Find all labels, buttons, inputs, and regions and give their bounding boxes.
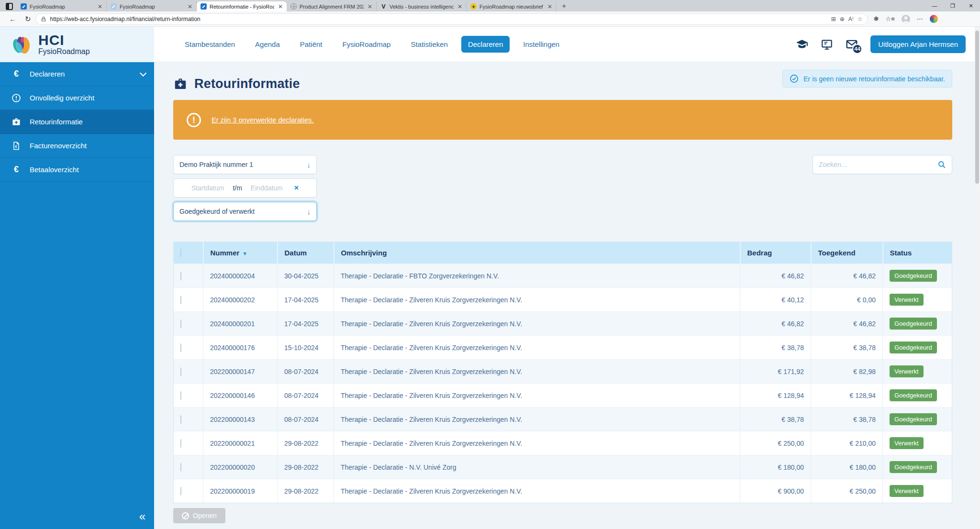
column-header-nummer[interactable]: Nummer▼ [203, 242, 278, 264]
mail-icon[interactable]: 44 [846, 38, 858, 51]
status-filter-select[interactable]: Goedgekeurd of verwerkt ↓ [173, 202, 317, 221]
table-row[interactable]: 202400000202 17-04-2025 Therapie - Decla… [174, 288, 952, 312]
table-row[interactable]: 202400000176 15-10-2024 Therapie - Decla… [174, 336, 952, 360]
table-row[interactable]: 202200000019 29-08-2022 Therapie - Decla… [174, 479, 952, 503]
sidebar-item-retourinformatie[interactable]: Retourinformatie [0, 110, 154, 134]
sort-desc-icon: ▼ [242, 251, 247, 256]
row-checkbox[interactable] [180, 296, 181, 304]
nav-patient[interactable]: Patiënt [293, 36, 329, 53]
copilot-icon[interactable] [930, 15, 938, 23]
sidebar-item-facturenoverzicht[interactable]: € Facturenoverzicht [0, 134, 154, 158]
monitor-icon[interactable] [821, 38, 833, 51]
extensions-icon[interactable]: ❃ [874, 15, 879, 22]
favorites-bar-icon[interactable]: ☆≡ [885, 15, 894, 22]
practice-select[interactable]: Demo Praktijk nummer 1 ↓ [173, 155, 317, 174]
tab-close-icon[interactable]: ✕ [367, 3, 373, 10]
search-input[interactable] [819, 161, 937, 168]
window-close-button[interactable]: ✕ [962, 0, 980, 11]
column-header-status[interactable]: Status [883, 242, 952, 264]
cell-omschrijving: Therapie - Declaratie - Zilveren Kruis Z… [334, 384, 740, 408]
app-logo[interactable]: HCI FysioRoadmap [0, 27, 154, 62]
clear-dates-icon[interactable]: × [294, 184, 299, 192]
split-screen-icon[interactable]: ⊞ [831, 16, 836, 22]
end-date-field[interactable]: Einddatum [251, 184, 283, 192]
row-checkbox[interactable] [180, 439, 181, 448]
warning-banner: ! Er zijn 3 onverwerkte declaraties. [173, 100, 952, 140]
column-header-toegekend[interactable]: Toegekend [811, 242, 883, 264]
table-row[interactable]: 202400000204 30-04-2025 Therapie - Decla… [174, 264, 952, 288]
cell-toegekend: € 0,00 [811, 288, 883, 312]
zoom-icon[interactable]: ⊕ [840, 16, 845, 22]
read-aloud-icon[interactable]: A⁾ [848, 16, 854, 22]
tab-close-icon[interactable]: ✕ [457, 3, 463, 10]
row-checkbox[interactable] [180, 463, 181, 472]
nav-fysioroadmap[interactable]: FysioRoadmap [336, 36, 398, 53]
nav-instellingen[interactable]: Instellingen [516, 36, 566, 53]
browser-menu-icon[interactable]: ⋯ [917, 15, 923, 22]
sidebar-item-label: Facturenoverzicht [30, 142, 87, 150]
browser-profile-avatar[interactable] [902, 15, 910, 23]
back-icon[interactable]: ← [9, 15, 16, 23]
sidebar-item-betaaloverzicht[interactable]: € Betaaloverzicht [0, 158, 154, 182]
tab-close-icon[interactable]: ✕ [97, 3, 103, 10]
sidebar-collapse-button[interactable]: « [139, 510, 145, 523]
row-checkbox[interactable] [180, 391, 181, 400]
window-restore-button[interactable]: ❐ [944, 0, 962, 11]
nav-agenda[interactable]: Agenda [248, 36, 287, 53]
browser-tab-1[interactable]: FysioRoadmap ✕ [17, 1, 107, 11]
tab-close-icon[interactable]: ✕ [546, 3, 553, 10]
table-row[interactable]: 202200000143 08-07-2024 Therapie - Decla… [174, 408, 952, 431]
scrollbar-thumb[interactable] [975, 31, 979, 184]
browser-tab-6[interactable]: ● FysioRoadmap nieuwsbrief | nove ✕ [467, 1, 557, 11]
column-header-bedrag[interactable]: Bedrag [740, 242, 811, 264]
tab-close-icon[interactable]: ✕ [277, 3, 284, 10]
browser-tab-4[interactable]: Product Alignment FRM 2025.xlsx ✕ [287, 1, 377, 11]
favorite-star-icon[interactable]: ☆ [858, 16, 863, 22]
date-range-filter[interactable]: Startdatum t/m Einddatum × [173, 178, 317, 198]
cell-datum: 08-07-2024 [278, 408, 334, 431]
tab-close-icon[interactable]: ✕ [187, 3, 193, 10]
column-header-datum[interactable]: Datum [278, 242, 334, 264]
table-row[interactable]: 202200000021 29-08-2022 Therapie - Decla… [174, 431, 952, 455]
address-bar[interactable]: https://web-acc.fysioroadmap.nl/financia… [35, 13, 868, 25]
table-row[interactable]: 202200000147 08-07-2024 Therapie - Decla… [174, 360, 952, 384]
status-badge: Verwerkt [890, 437, 924, 449]
cell-datum: 29-08-2022 [278, 479, 334, 503]
new-tab-button[interactable]: ＋ [560, 1, 568, 11]
browser-tab-5[interactable]: V Vektis - business intelligence cent ✕ [377, 1, 467, 11]
cell-omschrijving: Therapie - Declaratie - Zilveren Kruis Z… [334, 360, 740, 384]
sidebar-item-declareren[interactable]: € Declareren [0, 62, 154, 86]
row-checkbox[interactable] [180, 367, 181, 376]
row-checkbox[interactable] [180, 343, 181, 352]
nav-statistieken[interactable]: Statistieken [404, 36, 455, 53]
search-icon[interactable] [937, 160, 946, 169]
browser-tab-active[interactable]: Retourinformatie - FysioRoadmap ✕ [197, 1, 287, 11]
logout-button[interactable]: Uitloggen Arjan Hermsen [870, 35, 966, 53]
nav-declareren[interactable]: Declareren [461, 36, 510, 53]
cell-bedrag: € 40,12 [740, 288, 811, 312]
table-row[interactable]: 202200000146 08-07-2024 Therapie - Decla… [174, 384, 952, 408]
table-row[interactable]: 202400000201 17-04-2025 Therapie - Decla… [174, 312, 952, 336]
refresh-icon[interactable]: ↻ [25, 15, 31, 23]
table-row[interactable]: 202200000020 29-08-2022 Therapie - Decla… [174, 455, 952, 479]
row-checkbox[interactable] [180, 415, 181, 424]
row-checkbox[interactable] [180, 320, 181, 328]
sidebar-item-onvolledig-overzicht[interactable]: Onvolledig overzicht [0, 86, 154, 110]
education-cap-icon[interactable] [796, 38, 808, 51]
page-scrollbar[interactable] [974, 27, 980, 529]
cell-nummer: 202400000201 [203, 312, 278, 336]
start-date-field[interactable]: Startdatum [191, 184, 224, 192]
browser-tab-2[interactable]: FysioRoadmap ✕ [107, 1, 197, 11]
nav-stambestanden[interactable]: Stambestanden [178, 36, 242, 53]
cell-omschrijving: Therapie - Declaratie - Zilveren Kruis Z… [334, 336, 740, 360]
open-button[interactable]: Openen [173, 508, 225, 523]
column-header-omschrijving[interactable]: Omschrijving [334, 242, 740, 264]
workspaces-icon[interactable] [6, 3, 13, 10]
row-checkbox[interactable] [180, 487, 181, 496]
fysioroadmap-favicon [200, 3, 207, 10]
row-checkbox[interactable] [180, 272, 181, 280]
practice-select-value: Demo Praktijk nummer 1 [179, 161, 307, 168]
unprocessed-declarations-link[interactable]: Er zijn 3 onverwerkte declaraties. [212, 116, 314, 124]
window-minimize-button[interactable]: — [925, 0, 944, 11]
select-all-checkbox[interactable] [180, 248, 181, 257]
